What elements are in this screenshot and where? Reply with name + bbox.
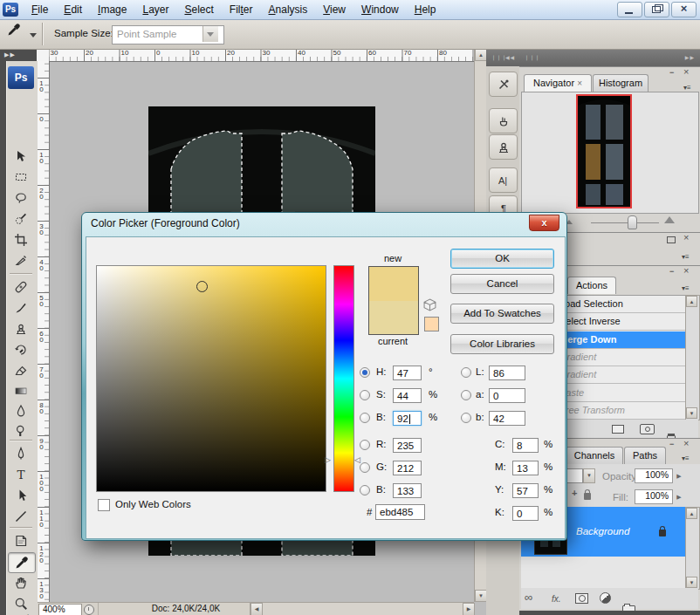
field-saturation[interactable]: 44 — [393, 388, 422, 403]
eyedropper-options-icon[interactable] — [7, 23, 30, 45]
field-blue[interactable]: 133 — [393, 483, 422, 498]
menu-analysis[interactable]: Analysis — [261, 3, 316, 16]
blur-tool[interactable] — [8, 401, 34, 420]
radio-blue[interactable] — [360, 485, 370, 495]
clone-stamp-tool[interactable] — [8, 319, 34, 338]
menu-view[interactable]: View — [315, 3, 353, 16]
web-color-cube-icon[interactable] — [423, 298, 436, 311]
menu-image[interactable]: Image — [90, 3, 134, 16]
panel-minimize-icon[interactable] — [669, 268, 674, 276]
dodge-tool[interactable] — [8, 421, 34, 441]
panel-menu-icon[interactable] — [682, 282, 690, 292]
eyedropper-tool[interactable] — [8, 552, 36, 573]
lock-all-icon[interactable] — [584, 493, 591, 500]
menu-edit[interactable]: Edit — [56, 3, 90, 16]
add-mask-icon[interactable] — [575, 593, 588, 604]
record-icon[interactable] — [640, 424, 655, 434]
field-lab-l[interactable]: 86 — [489, 366, 525, 380]
ok-button[interactable]: OK — [450, 249, 554, 269]
fill-slider-icon[interactable]: ▶ — [675, 489, 683, 504]
menu-window[interactable]: Window — [353, 3, 407, 16]
scroll-down-icon[interactable] — [475, 590, 487, 602]
panel-close-icon[interactable] — [683, 440, 689, 448]
document-size-status[interactable]: Doc: 24,0K/24,0K — [98, 603, 274, 615]
tab-actions[interactable]: Actions — [567, 277, 616, 294]
field-red[interactable]: 235 — [393, 438, 422, 453]
opacity-field[interactable]: 100% — [635, 468, 673, 483]
scroll-right-icon[interactable] — [463, 603, 475, 615]
color-libraries-button[interactable]: Color Libraries — [450, 334, 554, 354]
navigator-zoom-slider-thumb[interactable] — [628, 215, 637, 229]
dialog-close-button[interactable]: x — [529, 215, 559, 231]
app-icon[interactable]: Ps — [3, 3, 18, 17]
lasso-tool[interactable] — [8, 188, 34, 208]
radio-green[interactable] — [360, 462, 370, 473]
panel-icon-clone-source[interactable] — [489, 134, 518, 160]
move-tool[interactable] — [8, 147, 34, 166]
opacity-slider-icon[interactable]: ▶ — [675, 468, 683, 483]
hue-slider-right-arrow-icon[interactable] — [354, 455, 360, 464]
slice-tool[interactable] — [8, 251, 34, 270]
radio-brightness[interactable] — [360, 413, 370, 423]
tab-paths[interactable]: Paths — [624, 447, 666, 465]
tab-close-icon[interactable] — [577, 78, 582, 88]
panel-maximize-icon[interactable] — [667, 236, 676, 243]
sample-size-dropdown-icon[interactable] — [202, 26, 218, 42]
stop-playing-icon[interactable] — [612, 425, 624, 434]
tab-navigator[interactable]: Navigator — [524, 74, 592, 92]
minimize-button[interactable] — [617, 2, 642, 17]
hue-slider-left-arrow-icon[interactable] — [325, 455, 331, 464]
saturation-brightness-field[interactable] — [96, 265, 326, 492]
navigator-zoom-slider[interactable] — [591, 222, 659, 223]
line-tool[interactable] — [8, 507, 34, 526]
field-lab-b[interactable]: 42 — [489, 411, 525, 426]
layer-style-icon[interactable] — [552, 593, 561, 604]
panel-menu-icon[interactable] — [682, 452, 690, 462]
hex-field[interactable]: ebd485 — [375, 504, 425, 520]
navigator-view-box[interactable] — [576, 94, 632, 208]
gradient-tool[interactable] — [8, 381, 34, 400]
crop-tool[interactable] — [8, 230, 34, 249]
blend-mode-dropdown-icon[interactable]: ▼ — [583, 468, 595, 483]
ps-logo-button[interactable]: Ps — [8, 66, 34, 89]
panel-close-icon[interactable] — [683, 267, 689, 276]
cancel-button[interactable]: Cancel — [450, 274, 554, 294]
history-brush-tool[interactable] — [8, 340, 34, 359]
field-brightness[interactable]: 92 — [393, 411, 422, 426]
panel-icon-character[interactable]: A| — [489, 167, 518, 193]
zoom-level-field[interactable]: 400% — [38, 604, 82, 615]
radio-lab-l[interactable] — [461, 367, 471, 378]
panel-close-icon[interactable] — [683, 68, 689, 77]
color-field-marker[interactable] — [196, 281, 208, 292]
field-lab-a[interactable]: 0 — [489, 388, 525, 403]
tab-histogram[interactable]: Histogram — [593, 74, 649, 92]
menu-select[interactable]: Select — [176, 3, 221, 16]
fill-field[interactable]: 100% — [635, 489, 673, 504]
radio-red[interactable] — [360, 440, 370, 450]
radio-hue[interactable] — [360, 367, 370, 378]
panel-icon-brushes[interactable] — [489, 108, 518, 133]
menu-help[interactable]: Help — [407, 3, 444, 16]
dock-header[interactable]: ❘❘❘ ❘❘❘ — [486, 49, 700, 66]
panel-menu-icon[interactable] — [683, 81, 691, 92]
lock-position-icon[interactable]: + — [572, 488, 577, 498]
brush-tool[interactable] — [8, 298, 34, 318]
scroll-left-icon[interactable] — [250, 603, 263, 615]
hand-tool[interactable] — [8, 573, 34, 592]
actions-scrollbar[interactable] — [685, 295, 700, 420]
path-selection-tool[interactable] — [8, 486, 34, 505]
tab-channels[interactable]: Channels — [566, 447, 623, 465]
adjustment-layer-icon[interactable] — [600, 592, 611, 604]
zoom-in-mountain-icon[interactable] — [664, 216, 675, 223]
layers-scrollbar[interactable] — [685, 507, 700, 590]
rectangular-marquee-tool[interactable] — [8, 167, 34, 187]
notes-tool[interactable] — [8, 531, 34, 550]
field-hue[interactable]: 47 — [393, 366, 422, 380]
radio-lab-a[interactable] — [461, 390, 471, 400]
hue-slider[interactable] — [333, 265, 354, 492]
menu-file[interactable]: File — [24, 3, 56, 16]
close-button[interactable] — [671, 2, 697, 17]
canvas-horizontal-scrollbar[interactable] — [250, 603, 475, 615]
field-black[interactable]: 0 — [512, 506, 539, 521]
toolbox-collapse-icon[interactable]: ▶▶ — [0, 49, 41, 61]
